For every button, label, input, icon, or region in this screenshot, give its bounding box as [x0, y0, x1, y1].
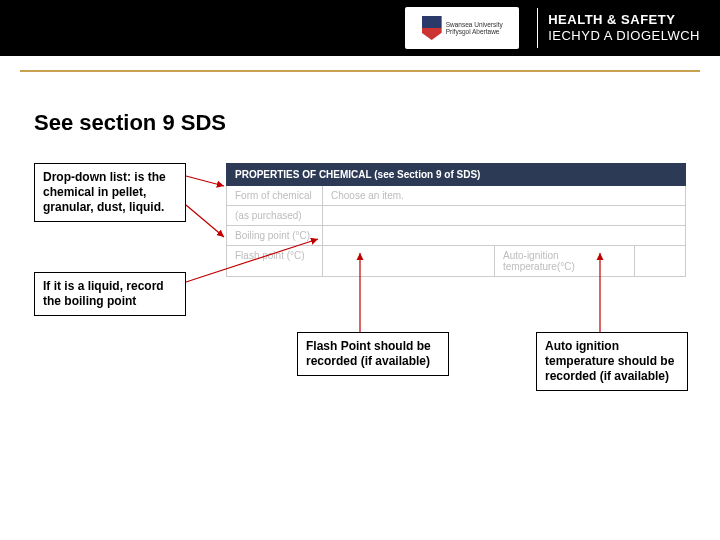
university-logo: Swansea University Prifysgol Abertawe — [405, 7, 519, 49]
row-flash-auto: Flash point (°C) Auto-ignition temperatu… — [226, 246, 686, 277]
value-flash-point — [323, 246, 495, 276]
shield-icon — [422, 16, 442, 40]
arrow-boiling-from-dropdown — [186, 205, 224, 237]
properties-table-header: PROPERTIES OF CHEMICAL (see Section 9 of… — [226, 163, 686, 186]
properties-table: PROPERTIES OF CHEMICAL (see Section 9 of… — [226, 163, 686, 277]
callout-liquid: If it is a liquid, record the boiling po… — [34, 272, 186, 316]
arrow-dropdown — [186, 176, 224, 186]
header-bar: Swansea University Prifysgol Abertawe HE… — [0, 0, 720, 56]
label-as-purchased: (as purchased) — [227, 206, 323, 225]
callout-autoignition: Auto ignition temperature should be reco… — [536, 332, 688, 391]
university-name: Swansea University Prifysgol Abertawe — [446, 21, 503, 35]
row-form-of-chemical: Form of chemical Choose an item. — [226, 186, 686, 206]
value-boiling-point — [323, 226, 685, 245]
callout-flashpoint: Flash Point should be recorded (if avail… — [297, 332, 449, 376]
label-form-of-chemical: Form of chemical — [227, 186, 323, 205]
label-auto-ignition: Auto-ignition temperature(°C) — [495, 246, 635, 276]
label-boiling-point: Boiling point (°C) — [227, 226, 323, 245]
department-line2: IECHYD A DIOGELWCH — [548, 28, 700, 44]
university-line1: Swansea University — [446, 21, 503, 28]
vertical-divider — [537, 8, 538, 48]
value-form-of-chemical: Choose an item. — [323, 186, 685, 205]
value-auto-ignition — [635, 246, 685, 276]
row-boiling-point: Boiling point (°C) — [226, 226, 686, 246]
value-as-purchased — [323, 206, 685, 225]
university-line2: Prifysgol Abertawe — [446, 28, 503, 35]
label-flash-point: Flash point (°C) — [227, 246, 323, 276]
slide-heading: See section 9 SDS — [34, 110, 226, 136]
department-line1: HEALTH & SAFETY — [548, 12, 700, 28]
department-name: HEALTH & SAFETY IECHYD A DIOGELWCH — [548, 12, 700, 43]
gold-horizontal-rule — [20, 70, 700, 72]
row-as-purchased: (as purchased) — [226, 206, 686, 226]
callout-dropdown: Drop-down list: is the chemical in pelle… — [34, 163, 186, 222]
